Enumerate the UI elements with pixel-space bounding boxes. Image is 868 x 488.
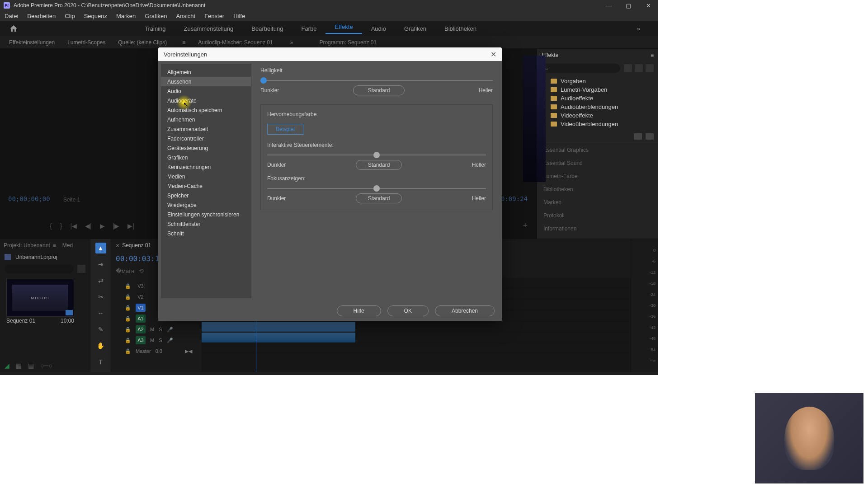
prefs-speicher[interactable]: Speicher — [161, 191, 251, 200]
ws-bibliotheken[interactable]: Bibliotheken — [435, 25, 486, 32]
window-title: Adobe Premiere Pro 2020 - C:\Benutzer\pe… — [14, 2, 205, 9]
menu-ansicht[interactable]: Ansicht — [171, 13, 200, 19]
ws-grafiken[interactable]: Grafiken — [395, 25, 435, 32]
type-tool-icon[interactable]: T — [95, 357, 106, 367]
tree-audioueberblendungen[interactable]: ▶Audioüberblendungen — [542, 103, 653, 111]
tab-quelle[interactable]: Quelle: (keine Clips) — [112, 36, 173, 49]
ws-training[interactable]: Training — [136, 25, 175, 32]
home-icon[interactable] — [9, 24, 18, 33]
menu-datei[interactable]: Datei — [0, 13, 23, 19]
prefs-grafiken[interactable]: Grafiken — [161, 153, 251, 162]
help-button[interactable]: Hilfe — [337, 305, 381, 316]
prefs-geraetesteuerung[interactable]: Gerätesteuerung — [161, 143, 251, 153]
source-panel-tabs: Effekteinstellungen Lumetri-Scopes Quell… — [0, 36, 658, 49]
ws-zusammenstellung[interactable]: Zusammenstellung — [175, 25, 242, 32]
prefs-aussehen[interactable]: Aussehen — [161, 77, 251, 86]
tab-lumetri-scopes[interactable]: Lumetri-Scopes — [61, 36, 112, 49]
tree-videoueberblendungen[interactable]: ▶Videoüberblendungen — [542, 120, 653, 128]
cancel-button[interactable]: Abbrechen — [435, 305, 495, 316]
prefs-sidebar: Allgemein Aussehen Audio Audiogeräte Aut… — [161, 64, 251, 298]
ok-button[interactable]: OK — [387, 305, 429, 316]
tab-programm[interactable]: Programm: Sequenz 01 — [313, 36, 383, 49]
maximize-button[interactable]: ▢ — [618, 2, 638, 9]
sp-protokoll[interactable]: Protokoll — [537, 209, 658, 222]
focus-slider[interactable] — [267, 188, 486, 189]
sp-essential-graphics[interactable]: Essential Graphics — [537, 143, 658, 156]
delete-icon[interactable] — [646, 133, 654, 140]
prefs-medien-cache[interactable]: Medien-Cache — [161, 181, 251, 191]
hand-tool-icon[interactable]: ✋ — [95, 340, 106, 351]
dialog-close-icon[interactable]: ✕ — [491, 50, 496, 59]
tab-menu-icon[interactable]: ≡ — [176, 36, 192, 49]
selection-tool-icon[interactable]: ▲ — [95, 243, 106, 253]
project-panel: Projekt: Unbenannt ≡ Med Unbenannt.prpro… — [0, 239, 90, 372]
ws-effekte[interactable]: Effekte — [326, 23, 362, 34]
app-logo: Pr — [4, 2, 10, 9]
close-button[interactable]: ✕ — [638, 2, 658, 9]
tree-lumetri[interactable]: ▶Lumetri-Vorgaben — [542, 85, 653, 94]
prefs-audiogeraete[interactable]: Audiogeräte — [161, 96, 251, 105]
ws-farbe[interactable]: Farbe — [292, 25, 326, 32]
track-select-tool-icon[interactable]: ⇥ — [95, 259, 106, 270]
slip-tool-icon[interactable]: ↔ — [95, 308, 106, 319]
title-bar: Pr Adobe Premiere Pro 2020 - C:\Benutzer… — [0, 0, 658, 11]
prefs-kennzeichnungen[interactable]: Kennzeichnungen — [161, 162, 251, 172]
pen-tool-icon[interactable]: ✎ — [95, 324, 106, 335]
prefs-autosave[interactable]: Automatisch speichern — [161, 105, 251, 115]
focus-standard-button[interactable]: Standard — [356, 193, 402, 203]
prefs-schnitt[interactable]: Schnitt — [161, 229, 251, 238]
brightness-label: Helligkeit — [260, 67, 493, 74]
preferences-dialog: Voreinstellungen ✕ Allgemein Aussehen Au… — [158, 47, 502, 321]
interactive-standard-button[interactable]: Standard — [356, 160, 402, 170]
ws-audio[interactable]: Audio — [362, 25, 395, 32]
prefs-wiedergabe[interactable]: Wiedergabe — [161, 200, 251, 210]
razor-tool-icon[interactable]: ✂ — [95, 291, 106, 302]
menu-fenster[interactable]: Fenster — [200, 13, 229, 19]
brightness-slider[interactable] — [260, 80, 493, 81]
minimize-button[interactable]: — — [599, 2, 618, 9]
interactive-slider[interactable] — [267, 155, 486, 155]
ripple-tool-icon[interactable]: ⇄ — [95, 275, 106, 286]
overflow-icon[interactable]: » — [284, 36, 300, 49]
filter-icon-2[interactable] — [635, 64, 643, 72]
menu-bar: Datei Bearbeiten Clip Sequenz Marken Gra… — [0, 11, 658, 21]
prefs-aufnehmen[interactable]: Aufnehmen — [161, 115, 251, 124]
tab-effekteinstellungen[interactable]: Effekteinstellungen — [3, 36, 61, 49]
sp-essential-sound[interactable]: Essential Sound — [537, 156, 658, 169]
menu-sequenz[interactable]: Sequenz — [80, 13, 112, 19]
menu-grafiken[interactable]: Grafiken — [140, 13, 171, 19]
panel-menu-icon[interactable]: ≡ — [651, 52, 654, 58]
filter-icon-3[interactable] — [646, 64, 654, 72]
effects-search-input[interactable]: ⌕ — [542, 64, 620, 73]
prefs-audio[interactable]: Audio — [161, 86, 251, 96]
tree-vorgaben[interactable]: ▶Vorgaben — [542, 77, 653, 85]
prefs-zusammenarbeit[interactable]: Zusammenarbeit — [161, 124, 251, 134]
prefs-sync[interactable]: Einstellungen synchronisieren — [161, 210, 251, 219]
new-bin-icon[interactable] — [634, 133, 642, 140]
tree-audioeffekte[interactable]: ▶Audioeffekte — [542, 94, 653, 103]
sp-informationen[interactable]: Informationen — [537, 222, 658, 235]
menu-bearbeiten[interactable]: Bearbeiten — [23, 13, 60, 19]
brightness-standard-button[interactable]: Standard — [353, 85, 405, 95]
prefs-schnittfenster[interactable]: Schnittfenster — [161, 219, 251, 229]
menu-clip[interactable]: Clip — [60, 13, 79, 19]
example-button[interactable]: Beispiel — [267, 124, 303, 135]
workspace-tabs: Training Zusammenstellung Bearbeitung Fa… — [0, 21, 658, 36]
tree-videoeffekte[interactable]: ▶Videoeffekte — [542, 111, 653, 120]
tab-audioclip-mischer[interactable]: Audioclip-Mischer: Sequenz 01 — [192, 36, 279, 49]
darker-label-3: Dunkler — [267, 195, 286, 202]
prefs-allgemein[interactable]: Allgemein — [161, 67, 251, 77]
sp-bibliotheken[interactable]: Bibliotheken — [537, 183, 658, 196]
menu-hilfe[interactable]: Hilfe — [229, 13, 250, 19]
prefs-fadercontroller[interactable]: Fadercontroller — [161, 134, 251, 143]
audio-meter: 0-6-12 -18-24-30 -36-42-48 -54--∞ — [631, 239, 658, 372]
highlight-color-label: Hervorhebungsfarbe — [267, 111, 486, 117]
effects-panel: Effekte ≡ ⌕ ▶Vorgaben ▶Lumetri-Vorgaben … — [537, 49, 658, 239]
ws-bearbeitung[interactable]: Bearbeitung — [242, 25, 292, 32]
menu-marken[interactable]: Marken — [112, 13, 140, 19]
ws-overflow-icon[interactable]: » — [628, 25, 649, 32]
sp-marken[interactable]: Marken — [537, 196, 658, 209]
filter-icon-1[interactable] — [624, 64, 632, 72]
sp-lumetri-farbe[interactable]: Lumetri-Farbe — [537, 169, 658, 183]
prefs-medien[interactable]: Medien — [161, 172, 251, 181]
